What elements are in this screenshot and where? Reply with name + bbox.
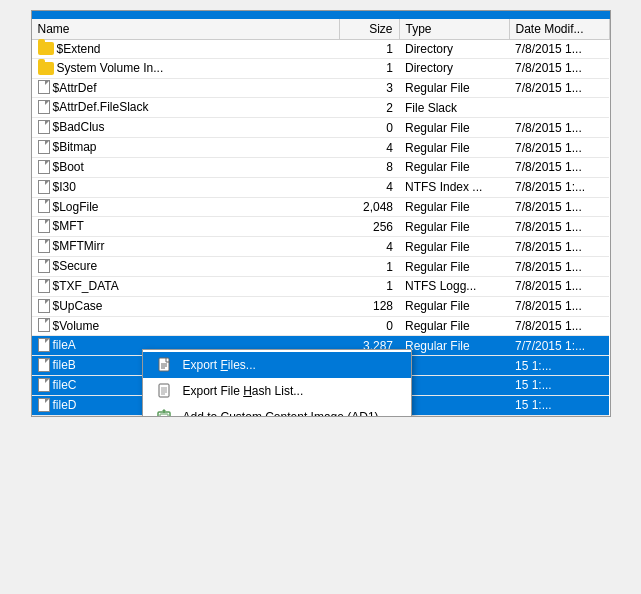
file-name: $UpCase [53,299,103,313]
file-icon [38,199,50,213]
context-menu-item-add-content[interactable]: Add to Custom Content Image (AD1) [143,404,411,416]
file-name: $I30 [53,180,76,194]
cell-name: $UpCase [32,296,340,316]
cell-type: Regular File [399,257,509,277]
file-name: System Volume In... [57,61,164,75]
cell-name: $Extend [32,40,340,59]
file-icon [38,219,50,233]
file-icon [38,318,50,332]
title-bar [32,11,610,19]
cell-type: Regular File [399,296,509,316]
svg-marker-12 [162,409,166,411]
add-content-icon [155,409,175,416]
table-row[interactable]: $Extend1Directory7/8/2015 1... [32,40,610,59]
cell-type: File Slack [399,98,509,118]
file-icon [38,239,50,253]
file-icon [38,358,50,372]
cell-type: Regular File [399,118,509,138]
file-icon [38,259,50,273]
cell-type: Regular File [399,217,509,237]
table-row[interactable]: System Volume In...1Directory7/8/2015 1.… [32,59,610,78]
file-name: $BadClus [53,120,105,134]
file-name: fileA [53,338,76,352]
cell-type: Directory [399,59,509,78]
file-name: $Bitmap [53,140,97,154]
file-name: $Volume [53,319,100,333]
cell-name: $MFTMirr [32,237,340,257]
cell-type: Regular File [399,316,509,336]
cell-name: $Volume [32,316,340,336]
folder-icon [38,62,54,75]
cell-type: Regular File [399,237,509,257]
cell-date: 7/7/2015 1:... [509,336,609,356]
cell-type [399,395,509,415]
cell-date: 7/8/2015 1... [509,276,609,296]
file-name: $MFT [53,219,84,233]
cell-type: NTFS Logg... [399,276,509,296]
cell-size: 4 [339,237,399,257]
file-icon [38,378,50,392]
file-icon [38,140,50,154]
cell-type: NTFS Index ... [399,177,509,197]
table-header-row: Name Size Type Date Modif... [32,19,610,40]
file-icon [38,160,50,174]
cell-name: $LogFile [32,197,340,217]
cell-type: Directory [399,40,509,59]
cell-date: 7/8/2015 1... [509,296,609,316]
table-row[interactable]: $BadClus0Regular File7/8/2015 1... [32,118,610,138]
cell-size: 0 [339,316,399,336]
cell-size: 8 [339,157,399,177]
cell-size: 256 [339,217,399,237]
file-icon [38,338,50,352]
file-name: fileB [53,358,76,372]
table-row[interactable]: $UpCase128Regular File7/8/2015 1... [32,296,610,316]
cell-size: 2 [339,98,399,118]
cell-size: 2,048 [339,197,399,217]
file-icon [38,80,50,94]
cell-date: 7/8/2015 1... [509,40,609,59]
table-row[interactable]: $AttrDef3Regular File7/8/2015 1... [32,78,610,98]
cell-date: 7/8/2015 1... [509,316,609,336]
table-row[interactable]: $MFTMirr4Regular File7/8/2015 1... [32,237,610,257]
cell-name: $AttrDef [32,78,340,98]
cell-size: 0 [339,118,399,138]
file-name: $LogFile [53,200,99,214]
export-files-icon [155,357,175,373]
file-list-panel: Name Size Type Date Modif... $Extend1Dir… [31,10,611,417]
file-icon [38,120,50,134]
context-menu: Export Files... Export File Hash List... [142,349,412,416]
context-menu-item-export-hash[interactable]: Export File Hash List... [143,378,411,404]
table-row[interactable]: $Bitmap4Regular File7/8/2015 1... [32,138,610,158]
add-content-label: Add to Custom Content Image (AD1) [183,410,379,416]
cell-date: 7/8/2015 1:... [509,177,609,197]
cell-type [399,376,509,396]
cell-date: 15 1:... [509,356,609,376]
export-hash-label: Export File Hash List... [183,384,304,398]
file-name: $MFTMirr [53,239,105,253]
cell-date: 7/8/2015 1... [509,59,609,78]
cell-date: 15 1:... [509,395,609,415]
table-row[interactable]: $TXF_DATA1NTFS Logg...7/8/2015 1... [32,276,610,296]
cell-name: $Bitmap [32,138,340,158]
cell-date: 7/8/2015 1... [509,257,609,277]
context-menu-item-export-files[interactable]: Export Files... [143,352,411,378]
file-icon [38,180,50,194]
table-row[interactable]: $Boot8Regular File7/8/2015 1... [32,157,610,177]
table-row[interactable]: $Secure1Regular File7/8/2015 1... [32,257,610,277]
cell-name: $TXF_DATA [32,276,340,296]
file-icon [38,100,50,114]
file-name: $Extend [57,42,101,56]
table-row[interactable]: $MFT256Regular File7/8/2015 1... [32,217,610,237]
table-row[interactable]: $Volume0Regular File7/8/2015 1... [32,316,610,336]
file-name: fileD [53,398,77,412]
table-row[interactable]: $I304NTFS Index ...7/8/2015 1:... [32,177,610,197]
cell-name: $Secure [32,257,340,277]
cell-size: 128 [339,296,399,316]
table-row[interactable]: $LogFile2,048Regular File7/8/2015 1... [32,197,610,217]
export-files-label: Export Files... [183,358,256,372]
table-row[interactable]: $AttrDef.FileSlack2File Slack [32,98,610,118]
cell-type: Regular File [399,138,509,158]
cell-name: $BadClus [32,118,340,138]
file-name: $AttrDef.FileSlack [53,100,149,114]
cell-size: 4 [339,177,399,197]
